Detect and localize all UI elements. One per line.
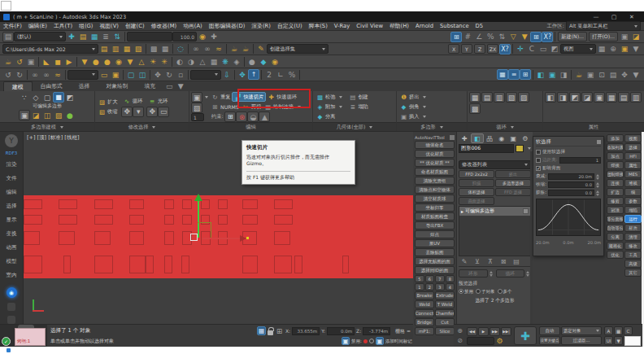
loops-tool-icon[interactable]: ▥ [494, 92, 505, 103]
toolbar-icon[interactable]: ◉ [113, 56, 124, 67]
record-dot-icon[interactable] [363, 339, 368, 343]
z-coordinate-field[interactable]: -3.774m [363, 327, 390, 335]
toolbar-icon[interactable]: ⊞ [520, 69, 531, 80]
plugin-button[interactable]: 属性 [624, 161, 642, 169]
tool-button[interactable]: 优化材质 [415, 150, 455, 158]
auto-key-button[interactable]: 自动 [539, 326, 560, 335]
bevel-button[interactable]: ◆倒角 [398, 102, 465, 111]
collapse-button[interactable]: ≣塌陷 [347, 102, 369, 111]
edit-tool-icon[interactable]: ▨ [191, 103, 202, 113]
rollout-pin-icon[interactable] [597, 140, 601, 144]
maximize-button[interactable]: ▢ [605, 14, 623, 20]
corner-button[interactable]: A [604, 326, 613, 335]
green-check-icon[interactable]: ✓ [2, 337, 11, 346]
relax-button[interactable]: ▩松弛 [315, 92, 344, 102]
properties-tool-icon[interactable]: ◨ [557, 92, 568, 103]
edge-distance-field[interactable]: 1 [559, 157, 601, 164]
toolbar-icon[interactable]: ∞ [202, 44, 213, 55]
tool-button[interactable]: 材质贴图检查 [415, 212, 455, 221]
toolbar-icon[interactable]: ⇅ [111, 32, 123, 42]
toolbar-icon[interactable] [261, 70, 262, 80]
plugin-button[interactable]: 优化 [607, 251, 624, 259]
object-name-field[interactable]: 图形006 [459, 144, 514, 153]
menu-item[interactable]: 动画(A) [180, 22, 206, 30]
named-selection-field[interactable] [127, 32, 172, 42]
quick-slice-button[interactable]: ▞快速切片 [232, 92, 266, 102]
toolbar-icon[interactable] [146, 44, 146, 54]
tool-button[interactable]: 去除贴图 [415, 248, 455, 256]
toolbar-icon[interactable]: ▭ [98, 69, 110, 80]
toolbar-icon[interactable]: ▼ [630, 69, 642, 80]
menu-item[interactable]: D5 [472, 23, 487, 29]
properties-tool-icon[interactable]: ▣ [594, 92, 605, 103]
poly-tool-icon[interactable]: ▣ [19, 110, 30, 120]
tool-button[interactable]: 展UV [415, 239, 455, 247]
tool-button[interactable]: Chamfer [435, 309, 455, 317]
toolbar-icon[interactable]: ▣ [619, 32, 630, 42]
menu-item[interactable]: 修改器(M) [148, 22, 181, 30]
red-geometry-band[interactable] [24, 195, 413, 278]
toolbar-icon[interactable] [512, 44, 513, 54]
properties-tool-icon[interactable]: ▥ [630, 92, 642, 103]
toolbar-icon[interactable]: ▢ [125, 69, 137, 80]
group-label-geometry[interactable]: 几何体(全部) [313, 122, 396, 131]
toolbar-icon[interactable]: ◑ [185, 56, 197, 67]
ribbon-tab-icon[interactable]: ▭ [163, 81, 175, 92]
plugin-button[interactable]: HFI [624, 152, 642, 160]
subobject-mode-icon[interactable]: ◇ [30, 92, 41, 103]
preset-button[interactable]: 6 [425, 275, 435, 282]
toolbar-icon[interactable]: ▦ [208, 56, 220, 67]
toolbar-icon[interactable]: △ [197, 56, 208, 67]
falloff-field[interactable]: 20.0m [548, 173, 594, 180]
toolbar-icon[interactable]: ⊡ [596, 69, 607, 80]
toolbar-icon[interactable]: ▭ [537, 44, 549, 55]
repeat-button[interactable]: ↻重复 [210, 92, 232, 102]
plugin-button[interactable]: 修剪 [607, 197, 624, 205]
ribbon-tab[interactable]: 自由形式 [33, 81, 71, 91]
toolbar-icon[interactable] [76, 57, 77, 67]
selection-lock-icon[interactable] [268, 330, 273, 335]
menu-item[interactable]: 编辑(E) [25, 22, 50, 30]
command-panel-tab[interactable]: ▣ [507, 133, 520, 143]
preview-radio[interactable]: 禁用 [459, 289, 473, 295]
toolbar-icon[interactable] [555, 32, 555, 42]
toolbar-icon[interactable]: ☕ [573, 69, 585, 80]
edit-tool-icon[interactable]: ▣ [191, 92, 202, 103]
toolbar-icon[interactable]: ◨ [558, 69, 569, 80]
toolbar-icon[interactable]: ▼ [79, 56, 90, 67]
loops-tool-icon[interactable]: ▤ [481, 92, 493, 103]
command-panel-tab[interactable]: 品 [484, 133, 496, 143]
preset-button[interactable]: 2 [425, 283, 435, 291]
isolate-toggle-icon[interactable]: ▦ [257, 326, 266, 335]
plugin-button[interactable]: 工具 [624, 251, 642, 259]
plugin-button[interactable]: 等分面板 [607, 215, 624, 223]
tool-button[interactable]: 焊点 [415, 230, 455, 238]
transport-button[interactable]: ▶▶| [501, 327, 511, 336]
sidebar-item[interactable]: 室内 [7, 269, 17, 282]
menu-item[interactable]: 组(G) [76, 22, 96, 30]
toolbar-icon[interactable]: ▶ [63, 56, 75, 67]
toolbar-icon[interactable]: ☕ [240, 44, 251, 55]
toolbar-icon[interactable]: ▤ [98, 44, 110, 55]
gizmo-y-axis[interactable] [198, 200, 199, 238]
stack-tool-icon[interactable]: ⊼ [485, 256, 496, 267]
toolbar-icon[interactable]: X? [499, 44, 511, 55]
group-label-edit[interactable]: 编辑 [189, 122, 312, 131]
tool-button[interactable]: 选择同ID的面 [415, 266, 455, 274]
subobject-mode-icon[interactable]: ◩ [64, 92, 76, 103]
inset-button[interactable]: ▣插入 [398, 111, 465, 121]
subobject-mode-icon[interactable]: ∵ [19, 92, 30, 103]
poly-tool-icon[interactable]: ◪ [30, 110, 41, 120]
toolbar-icon[interactable]: ✎ [255, 44, 267, 55]
sidebar-item[interactable]: 文件 [7, 172, 17, 186]
subobject-mode-icon[interactable]: ▢ [41, 92, 53, 103]
toolbar-icon[interactable]: ◣ [41, 56, 52, 67]
sidebar-dim-icon[interactable] [7, 303, 15, 311]
plugin-button[interactable]: 其它 [624, 269, 642, 277]
toolbar-icon[interactable]: ▥ [110, 44, 121, 55]
group-label-modify-selection[interactable]: 修改选择 [95, 122, 189, 131]
stack-tool-icon[interactable]: ✎ [459, 256, 470, 267]
stack-visibility-icon[interactable] [523, 208, 529, 214]
plugin-button[interactable]: 塌陷 [624, 206, 642, 214]
toolbar-icon[interactable]: ☕ [2, 56, 14, 67]
